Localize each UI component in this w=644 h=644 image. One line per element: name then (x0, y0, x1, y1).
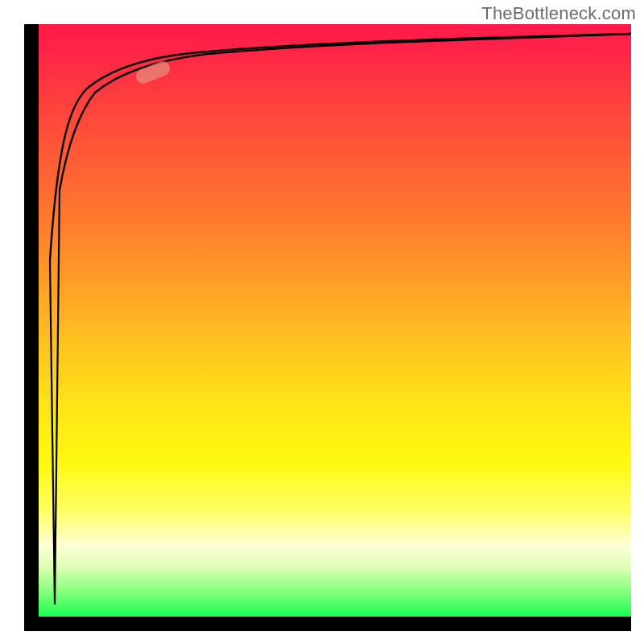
chart-frame (24, 24, 631, 631)
bottleneck-curve-line-continuation (60, 34, 631, 190)
bottleneck-curve-line (50, 34, 631, 261)
attribution-text: TheBottleneck.com (481, 3, 636, 24)
chart-svg (39, 24, 631, 617)
